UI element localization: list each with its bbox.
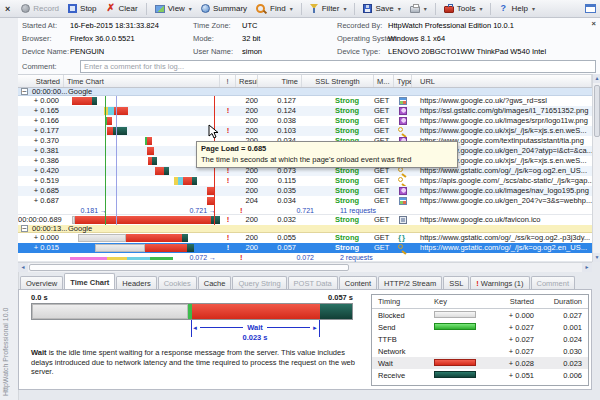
tab-headers[interactable]: Headers xyxy=(116,276,156,289)
timing-row[interactable]: Wait+ 0.0280.023 xyxy=(372,357,588,369)
toolbar-button-label: View xyxy=(168,4,185,13)
toolbar-help-button[interactable]: Help▾ xyxy=(495,3,538,15)
timing-row[interactable]: TTFB+ 0.0270.024 xyxy=(372,333,588,345)
toolbar-record-button[interactable]: Record xyxy=(17,3,63,14)
tab-cookies[interactable]: Cookies xyxy=(158,276,197,289)
scroll-up-icon[interactable]: ▲ xyxy=(593,74,600,83)
request-time-chart xyxy=(64,126,220,136)
tab-overview[interactable]: Overview xyxy=(20,276,63,289)
timing-key xyxy=(434,371,484,380)
toolbar-save-button[interactable]: Save▾ xyxy=(359,3,404,14)
tab-post-data[interactable]: POST Data xyxy=(288,276,338,289)
toolbar-print-button[interactable]: ▾ xyxy=(406,3,431,14)
column-header-time[interactable]: Time xyxy=(258,75,302,87)
vertical-scroll-thumb[interactable] xyxy=(594,85,600,137)
request-grid-header: StartedTime Chart!ResultTimeSSL Strength… xyxy=(18,74,592,88)
session-value: Windows 8.1 x64 xyxy=(388,34,445,43)
session-label: Recorded By: xyxy=(337,21,382,30)
column-header--[interactable]: ! xyxy=(220,75,236,87)
collapse-icon[interactable]: − xyxy=(21,225,28,232)
timing-name: Wait xyxy=(378,359,434,368)
toolbar-view-button[interactable]: View▾ xyxy=(151,3,196,14)
time-chart-bar xyxy=(72,97,97,105)
toolbar-find-button[interactable]: Find▾ xyxy=(252,3,297,15)
page-group-header[interactable]: −00:00:13...Google xyxy=(18,225,592,233)
column-header-type[interactable]: Type xyxy=(394,75,412,87)
event-strip-segment xyxy=(107,257,127,260)
column-header-ssl-strength[interactable]: SSL Strength xyxy=(302,75,374,87)
toolbar-summary-button[interactable]: Summary xyxy=(197,3,251,14)
tab-warnings-1[interactable]: !Warnings (1) xyxy=(470,276,529,289)
timing-name: Network xyxy=(378,347,434,356)
toolbar-button-label: Record xyxy=(33,4,59,13)
result-code: 200 xyxy=(236,215,258,225)
http-method: GET xyxy=(374,176,394,186)
horizontal-scroll-thumb[interactable] xyxy=(29,264,349,271)
collapse-icon[interactable]: − xyxy=(21,88,28,95)
horizontal-scrollbar[interactable]: ◄ ► xyxy=(18,262,592,272)
column-header-m-[interactable]: M... xyxy=(374,75,394,87)
tab-time-chart[interactable]: Time Chart xyxy=(64,273,115,289)
result-code: 200 xyxy=(236,116,258,126)
column-header-started[interactable]: Started xyxy=(18,75,64,87)
timing-row[interactable]: Send+ 0.0270.001 xyxy=(372,321,588,333)
request-url: https://apis.google.com/_/scs/abc-static… xyxy=(412,176,592,186)
bar-segment-red xyxy=(183,177,192,185)
column-header-time-chart[interactable]: Time Chart xyxy=(64,75,220,87)
detail-tab-bar: OverviewTime ChartHeadersCookiesCacheQue… xyxy=(18,272,600,289)
tab-cache[interactable]: Cache xyxy=(198,276,232,289)
result-code: 200 xyxy=(236,233,258,243)
window-icon[interactable] xyxy=(585,4,596,13)
request-started: + 0.386 xyxy=(18,156,64,166)
scroll-left-icon[interactable]: ◄ xyxy=(18,263,28,272)
type-cell xyxy=(394,196,412,206)
timing-row[interactable]: Blocked+ 0.0000.027 xyxy=(372,309,588,321)
timing-row[interactable]: Receive+ 0.0510.006 xyxy=(372,369,588,381)
http-method: GET xyxy=(374,186,394,196)
column-header-result[interactable]: Result xyxy=(236,75,258,87)
toolbar-tools-button[interactable]: Tools▾ xyxy=(440,3,487,14)
scroll-down-icon[interactable]: ▼ xyxy=(593,253,600,262)
dropdown-arrow-icon: ▾ xyxy=(424,5,427,12)
http-method: GET xyxy=(374,215,394,225)
request-row[interactable]: + 0.000!2000.055StrongGEThttps://www.gst… xyxy=(18,233,592,243)
dropdown-arrow-icon: ▾ xyxy=(532,5,535,12)
tab-label: Time Chart xyxy=(70,278,109,287)
tab-label: HTTP/2 Stream xyxy=(384,279,436,288)
request-row[interactable]: + 0.015!2000.057StrongGEThttps://www.gst… xyxy=(18,243,592,253)
tab-http-2-stream[interactable]: HTTP/2 Stream xyxy=(378,276,442,289)
info-close-icon[interactable]: × xyxy=(592,19,596,28)
request-url: https://www.google.co.uk/gen_204?v=3&s=w… xyxy=(412,196,592,206)
toolbar-clear-button[interactable]: Clear xyxy=(102,3,142,15)
tab-ssl[interactable]: SSL xyxy=(443,276,469,289)
type-cell xyxy=(394,233,412,243)
timing-column-duration: Duration xyxy=(534,297,582,306)
tab-content[interactable]: Content xyxy=(339,276,377,289)
http-method: GET xyxy=(374,106,394,116)
bar-segment-red xyxy=(75,216,211,224)
request-started: + 0.000 xyxy=(18,96,64,106)
session-label: User Name: xyxy=(193,47,233,56)
toolbar-stop-button[interactable]: Stop xyxy=(64,3,100,14)
scroll-right-icon[interactable]: ► xyxy=(582,263,592,272)
close-icon[interactable]: × xyxy=(5,4,10,14)
vertical-scrollbar[interactable]: ▲ ▼ xyxy=(592,74,600,262)
type-cell xyxy=(394,186,412,196)
tab-query-string[interactable]: Query String xyxy=(232,276,286,289)
page-group-header[interactable]: −00:00:00...Google xyxy=(18,88,592,96)
bar-segment-red xyxy=(147,147,154,155)
column-header-url[interactable]: URL xyxy=(412,75,592,87)
request-started: + 0.687 xyxy=(18,196,64,206)
toolbar-filter-button[interactable]: Filter▾ xyxy=(306,3,351,14)
comment-input[interactable] xyxy=(80,60,596,73)
session-label: Device Name: xyxy=(22,47,69,56)
session-value: simon xyxy=(242,47,262,56)
request-url: https://www.google.co.uk/favicon.ico xyxy=(412,215,592,225)
timing-key xyxy=(434,359,484,368)
group-started-time: 00:00:00... xyxy=(32,88,67,96)
tab-comment[interactable]: Comment xyxy=(531,276,576,289)
toolbar-button-label: Help xyxy=(511,4,527,13)
timing-row[interactable]: Network+ 0.0270.030 xyxy=(372,345,588,357)
page-summary-row[interactable]: 0.072 →!0.0722 requests xyxy=(18,253,592,262)
tab-label: Cookies xyxy=(164,279,191,288)
